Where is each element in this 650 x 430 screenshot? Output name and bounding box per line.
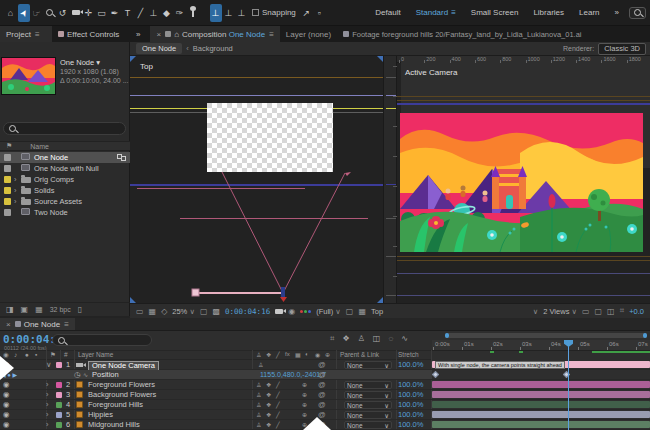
layer-name[interactable]: Midground Hills: [88, 420, 140, 430]
zoom-tool[interactable]: [44, 4, 56, 22]
world-axis-mode-button[interactable]: ⊥: [223, 4, 235, 22]
effects-switch-icon[interactable]: fx: [285, 351, 290, 357]
color-depth-button[interactable]: 32 bpc: [50, 306, 71, 313]
pick-whip-icon[interactable]: @: [318, 360, 326, 370]
layer-bar-row[interactable]: [432, 390, 650, 400]
keyframe-row[interactable]: [432, 370, 650, 380]
layer-name[interactable]: Hippies: [88, 410, 113, 420]
share-view-icon[interactable]: ▭: [582, 307, 590, 316]
project-item[interactable]: ›Orig Comps: [0, 174, 130, 185]
label-color-chip[interactable]: [56, 402, 62, 408]
project-item[interactable]: Two Node: [0, 207, 130, 218]
snap-edges-icon[interactable]: ↗: [300, 4, 312, 22]
pixel-aspect-icon[interactable]: ▢: [346, 307, 354, 316]
frame-blending-icon[interactable]: ◫: [373, 334, 381, 344]
new-folder-icon[interactable]: ▣: [21, 305, 29, 314]
roto-brush-tool[interactable]: ✑: [174, 4, 186, 22]
layer-row[interactable]: ◉›3Background Flowers♙❖╱⊕@None∨100.0%: [0, 390, 432, 400]
collapse-switch-icon[interactable]: ❖: [266, 351, 271, 358]
renderer-button[interactable]: Classic 3D: [598, 43, 646, 55]
quality-switch[interactable]: ╱: [276, 420, 280, 430]
3d-switch-icon[interactable]: ⊕: [325, 351, 330, 358]
layer-row[interactable]: ◉›6Midground Hills♙❖╱⊕@None∨100.0%: [0, 420, 432, 430]
project-item[interactable]: One Node with Null: [0, 163, 130, 174]
panel-menu-icon[interactable]: ≡: [269, 30, 274, 39]
label-color-chip[interactable]: [56, 412, 62, 418]
comp-mini-flowchart-icon[interactable]: ⌗: [330, 334, 335, 344]
collapse-switch[interactable]: ❖: [266, 410, 271, 420]
label-color-chip[interactable]: [4, 209, 11, 216]
3d-switch[interactable]: ⊕: [302, 400, 307, 410]
show-channel-icon[interactable]: [300, 310, 311, 313]
stretch-value[interactable]: 100.0%: [398, 400, 423, 410]
collapse-switch[interactable]: ❖: [266, 420, 271, 430]
twirl-icon[interactable]: ›: [14, 175, 17, 184]
parent-dropdown[interactable]: None∨: [344, 391, 392, 399]
lock-column-icon[interactable]: ▪: [35, 351, 37, 358]
twirl-icon[interactable]: ›: [46, 420, 49, 430]
type-tool[interactable]: T: [122, 4, 134, 22]
twirl-icon[interactable]: ›: [14, 197, 17, 206]
stretch-value[interactable]: 100.0%: [398, 380, 423, 390]
show-snapshot-icon[interactable]: ◉: [288, 307, 295, 316]
pan-behind-tool[interactable]: ✛: [83, 4, 95, 22]
parent-dropdown[interactable]: None∨: [344, 411, 392, 419]
3d-view-dropdown[interactable]: Top: [371, 307, 383, 316]
number-column-icon[interactable]: #: [64, 351, 68, 358]
eye-icon[interactable]: ◉: [3, 380, 10, 390]
collapse-switch[interactable]: ❖: [266, 390, 271, 400]
snapping-toggle[interactable]: Snapping: [252, 8, 296, 17]
keyframe-icon[interactable]: [432, 371, 439, 378]
label-color-chip[interactable]: [56, 362, 62, 368]
eye-icon[interactable]: ◉: [3, 390, 10, 400]
pen-tool[interactable]: ✒: [109, 4, 121, 22]
twirl-icon[interactable]: ∨: [46, 360, 52, 370]
view-axis-mode-button[interactable]: ⊥: [236, 4, 248, 22]
layer-bar-row[interactable]: [432, 420, 650, 430]
quality-switch[interactable]: ╱: [276, 380, 280, 390]
new-composition-icon[interactable]: ▦: [35, 305, 43, 314]
tab-effect-controls[interactable]: Effect Controls: [52, 26, 130, 42]
position-value[interactable]: 1155.0,480.0,-2401.7: [260, 370, 326, 380]
quality-switch[interactable]: ╱: [276, 390, 280, 400]
twirl-icon[interactable]: ›: [46, 390, 49, 400]
timeline-search-input[interactable]: [52, 334, 152, 346]
time-ruler[interactable]: 0:00s01s02s03s04s05s06s07s: [432, 340, 650, 351]
close-icon[interactable]: ×: [6, 320, 11, 329]
hide-shy-layers-icon[interactable]: ♙: [358, 334, 365, 344]
label-color-chip[interactable]: [4, 187, 11, 194]
stopwatch-icon[interactable]: ◷: [74, 370, 81, 380]
rotation-tool[interactable]: ↺: [57, 4, 69, 22]
label-color-chip[interactable]: [56, 422, 62, 428]
stretch-value[interactable]: 100.0%: [398, 410, 423, 420]
panel-menu-icon[interactable]: ≡: [35, 30, 40, 39]
collapse-switch[interactable]: ❖: [266, 380, 271, 390]
shy-switch[interactable]: ♙: [256, 400, 261, 410]
name-column-header[interactable]: Name: [30, 143, 49, 150]
camera-frustum[interactable]: [130, 56, 383, 303]
layer-bar-row[interactable]: With single node, the camera points stra…: [432, 360, 650, 370]
local-axis-mode-button[interactable]: ⊥: [210, 4, 222, 22]
parent-dropdown[interactable]: None∨: [344, 421, 392, 429]
eye-icon[interactable]: ◉: [3, 400, 10, 410]
eye-icon[interactable]: ◉: [3, 420, 10, 430]
parent-dropdown[interactable]: None∨: [344, 361, 392, 369]
snap-features-icon[interactable]: ▫: [313, 4, 325, 22]
mini-map-icon[interactable]: ◫: [607, 307, 615, 316]
snapping-checkbox[interactable]: [252, 9, 259, 16]
view-layout-dropdown[interactable]: 2 Views ∨: [543, 307, 577, 316]
tab-composition[interactable]: × ⌂ Composition One Node ≡: [150, 26, 279, 42]
lock-views-icon[interactable]: ▢: [595, 307, 603, 316]
twirl-icon[interactable]: ›: [46, 380, 49, 390]
pick-whip-icon[interactable]: @: [318, 390, 326, 400]
exposure-control[interactable]: +0.0: [629, 307, 644, 316]
layer-name[interactable]: Foreground Flowers: [88, 380, 155, 390]
twirl-icon[interactable]: ›: [46, 410, 49, 420]
breadcrumb-parent[interactable]: Background: [193, 44, 233, 53]
layer-bar-row[interactable]: [432, 410, 650, 420]
project-item[interactable]: One Node: [0, 152, 130, 163]
3d-switch[interactable]: ⊕: [302, 380, 307, 390]
workspace-learn[interactable]: Learn: [579, 8, 599, 17]
layer-row[interactable]: ◉›4Foreground Hills♙❖╱⊕@None∨100.0%: [0, 400, 432, 410]
project-item[interactable]: ›Solids: [0, 185, 130, 196]
